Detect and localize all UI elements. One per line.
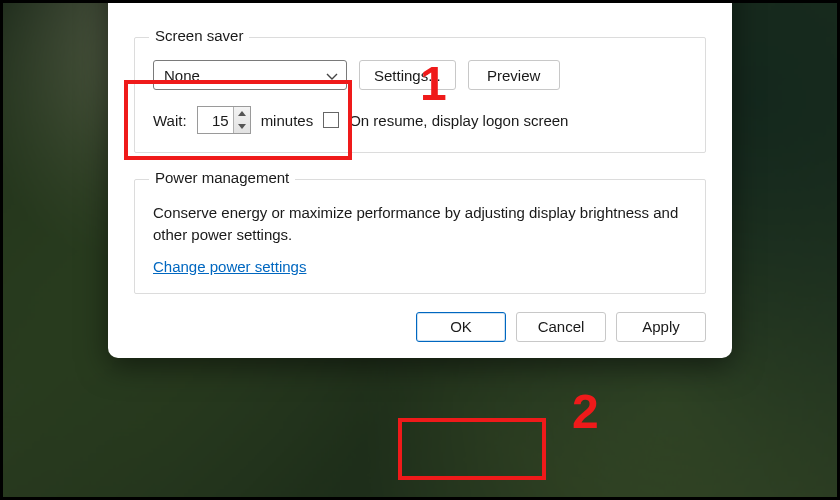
on-resume-checkbox[interactable]: [323, 112, 339, 128]
spinner-up-icon[interactable]: [234, 107, 250, 120]
wait-label: Wait:: [153, 112, 187, 129]
minutes-label: minutes: [261, 112, 314, 129]
chevron-down-icon: [326, 67, 338, 84]
apply-button-label: Apply: [642, 318, 680, 335]
spinner-down-icon[interactable]: [234, 120, 250, 133]
ok-button-label: OK: [450, 318, 472, 335]
wait-minutes-spinner[interactable]: 15: [197, 106, 251, 134]
cancel-button[interactable]: Cancel: [516, 312, 606, 342]
power-management-description: Conserve energy or maximize performance …: [153, 202, 687, 246]
preview-button-label: Preview: [487, 67, 540, 84]
screensaver-select-value: None: [164, 67, 200, 84]
wait-minutes-value: 15: [198, 112, 233, 129]
change-power-settings-link[interactable]: Change power settings: [153, 258, 306, 275]
screensaver-legend: Screen saver: [149, 27, 249, 44]
screensaver-group: Screen saver None Settings... Preview Wa…: [134, 37, 706, 153]
screensaver-select[interactable]: None: [153, 60, 347, 90]
power-management-group: Power management Conserve energy or maxi…: [134, 179, 706, 294]
preview-button[interactable]: Preview: [468, 60, 560, 90]
on-resume-label: On resume, display logon screen: [349, 112, 568, 129]
ok-button[interactable]: OK: [416, 312, 506, 342]
spinner-arrows[interactable]: [233, 107, 250, 133]
settings-button[interactable]: Settings...: [359, 60, 456, 90]
apply-button[interactable]: Apply: [616, 312, 706, 342]
cancel-button-label: Cancel: [538, 318, 585, 335]
dialog-footer: OK Cancel Apply: [134, 312, 706, 342]
settings-button-label: Settings...: [374, 67, 441, 84]
power-management-legend: Power management: [149, 169, 295, 186]
screen-saver-settings-dialog: Screen saver None Settings... Preview Wa…: [108, 0, 732, 358]
